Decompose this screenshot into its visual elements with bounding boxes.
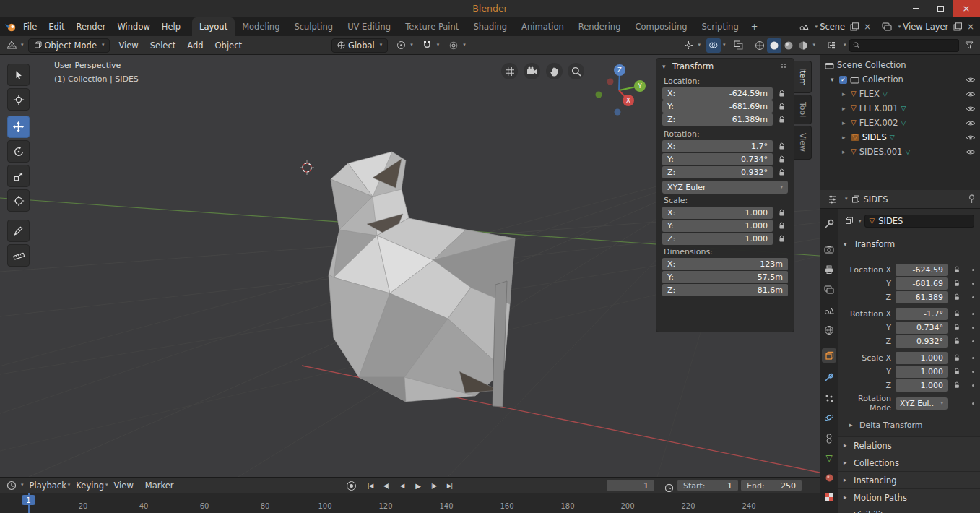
select-box-tool-button[interactable] [7, 64, 30, 86]
location-z-field[interactable]: 61.389 [896, 291, 948, 303]
menu-window[interactable]: Window [111, 17, 155, 36]
outliner-row-flex-001[interactable]: ▸ ▽ FLEX.001 ▽ [820, 101, 980, 116]
workspace-tab-texture-paint[interactable]: Texture Paint [398, 17, 466, 36]
lock-icon[interactable] [775, 116, 788, 124]
expand-icon[interactable]: ▸ [842, 105, 848, 112]
animate-dot[interactable] [972, 371, 974, 373]
lock-icon[interactable] [948, 310, 966, 317]
props-tab-texture[interactable] [822, 490, 836, 504]
shading-wireframe-icon[interactable] [753, 38, 767, 53]
menu-view[interactable]: View [113, 36, 144, 54]
add-workspace-button[interactable]: + [746, 17, 763, 36]
delta-transform-subpanel[interactable]: ▸ Delta Transform [838, 418, 980, 431]
relations-panel-header[interactable]: ▸ Relations [838, 436, 980, 454]
lock-icon[interactable] [948, 337, 966, 345]
pan-view-button[interactable] [546, 63, 563, 79]
menu-edit[interactable]: Edit [43, 17, 70, 36]
workspace-tab-rendering[interactable]: Rendering [571, 17, 628, 36]
props-tab-output[interactable] [822, 262, 836, 277]
expand-icon[interactable]: ▸ [842, 120, 848, 126]
jump-to-end-button[interactable]: ▶| [443, 480, 456, 491]
outliner-row-sides[interactable]: ▸ ▽ SIDES ▽ [820, 130, 980, 145]
props-tab-physics[interactable] [822, 410, 836, 425]
lock-icon[interactable] [775, 209, 788, 217]
scale-x-field[interactable]: 1.000 [896, 352, 948, 364]
snap-magnet-icon[interactable] [420, 38, 435, 53]
object-name-field[interactable]: ▽ SIDES [864, 215, 974, 228]
current-frame-marker[interactable]: 1 [22, 495, 35, 505]
lock-icon[interactable] [775, 235, 788, 243]
dimensions-z-field[interactable]: Z:81.6m [662, 284, 788, 296]
lock-icon[interactable] [948, 354, 966, 361]
maximize-button[interactable] [928, 0, 953, 17]
gizmo-axis-z[interactable]: Z [614, 64, 625, 76]
rotation-y-field[interactable]: Y:0.734° [662, 153, 773, 165]
scale-y-field[interactable]: Y:1.000 [662, 220, 773, 232]
visibility-eye-icon[interactable] [966, 77, 976, 83]
menu-select[interactable]: Select [144, 36, 181, 54]
location-x-field[interactable]: X:-624.59m [662, 87, 773, 100]
blender-logo-icon[interactable] [3, 20, 17, 34]
new-view-layer-icon[interactable] [950, 20, 965, 34]
outliner-editor-icon[interactable] [824, 38, 838, 53]
rotation-x-field[interactable]: -1.7° [896, 308, 948, 320]
outliner-row-sides-001[interactable]: ▸ ▽ SIDES.001 ▽ [820, 145, 980, 159]
gizmo-axis-y[interactable]: Y [634, 80, 646, 92]
lock-icon[interactable] [948, 324, 966, 331]
lock-icon[interactable] [948, 368, 966, 375]
rotation-y-field[interactable]: 0.734° [896, 322, 948, 334]
lock-icon[interactable] [948, 266, 966, 273]
timeline-ruler[interactable]: 20 40 60 80 100 120 140 160 180 200 220 … [0, 493, 820, 513]
props-tab-tool[interactable] [822, 217, 836, 231]
shading-rendered-icon[interactable] [796, 38, 810, 53]
visibility-eye-icon[interactable] [966, 91, 976, 98]
props-tab-constraints[interactable] [822, 431, 836, 446]
lock-icon[interactable] [775, 90, 788, 98]
next-keyframe-button[interactable]: |▶ [427, 480, 441, 491]
collections-panel-header[interactable]: ▸ Collections [838, 454, 980, 471]
browse-object-icon[interactable] [842, 214, 857, 228]
scale-z-field[interactable]: Z:1.000 [662, 233, 773, 245]
rotation-x-field[interactable]: X:-1.7° [662, 140, 773, 152]
workspace-tab-layout[interactable]: Layout [192, 17, 235, 36]
location-y-field[interactable]: Y:-681.69m [662, 100, 773, 113]
visibility-eye-icon[interactable] [966, 120, 976, 126]
menu-keying[interactable]: Keying [70, 478, 110, 493]
props-tab-view-layer[interactable] [822, 283, 836, 297]
menu-object[interactable]: Object [209, 36, 248, 54]
props-tab-modifiers[interactable] [822, 370, 836, 384]
browse-scene-icon[interactable] [797, 20, 811, 34]
props-tab-render[interactable] [822, 242, 836, 256]
transform-section-header[interactable]: ▾ Transform [838, 238, 980, 251]
view-layer-name[interactable]: View Layer [903, 22, 948, 32]
show-overlays-icon[interactable] [706, 38, 721, 53]
model-sides[interactable] [329, 152, 515, 407]
visibility-panel-header[interactable]: ▸ Visibility [838, 506, 980, 513]
gizmo-axis-x[interactable]: X [623, 95, 634, 106]
instancing-panel-header[interactable]: ▸ Instancing [838, 471, 980, 488]
annotate-tool-button[interactable] [7, 220, 30, 242]
dimensions-y-field[interactable]: Y:57.5m [662, 271, 788, 283]
editor-type-icon[interactable] [4, 38, 19, 53]
play-button[interactable]: ▶ [411, 480, 425, 491]
animate-dot[interactable] [972, 340, 974, 342]
unlink-scene-icon[interactable]: × [864, 22, 871, 32]
menu-render[interactable]: Render [71, 17, 112, 36]
expand-icon[interactable]: ▸ [842, 149, 848, 155]
new-scene-icon[interactable] [847, 20, 862, 34]
scale-tool-button[interactable] [7, 165, 30, 187]
location-z-field[interactable]: Z:61.389m [662, 113, 773, 126]
minimize-button[interactable] [903, 0, 928, 17]
measure-tool-button[interactable] [7, 244, 30, 267]
animate-dot[interactable] [972, 313, 974, 315]
workspace-tab-shading[interactable]: Shading [466, 17, 514, 36]
gizmo-axis-x-neg[interactable] [607, 79, 614, 85]
zoom-view-button[interactable] [568, 63, 584, 79]
visibility-eye-icon[interactable] [966, 105, 976, 112]
tab-tool[interactable]: Tool [794, 95, 812, 124]
play-reverse-button[interactable]: ◀ [395, 480, 409, 491]
shading-solid-icon[interactable] [767, 38, 781, 53]
animate-dot[interactable] [972, 269, 974, 271]
transform-tool-button[interactable] [7, 189, 30, 212]
properties-editor-icon[interactable] [825, 192, 839, 207]
